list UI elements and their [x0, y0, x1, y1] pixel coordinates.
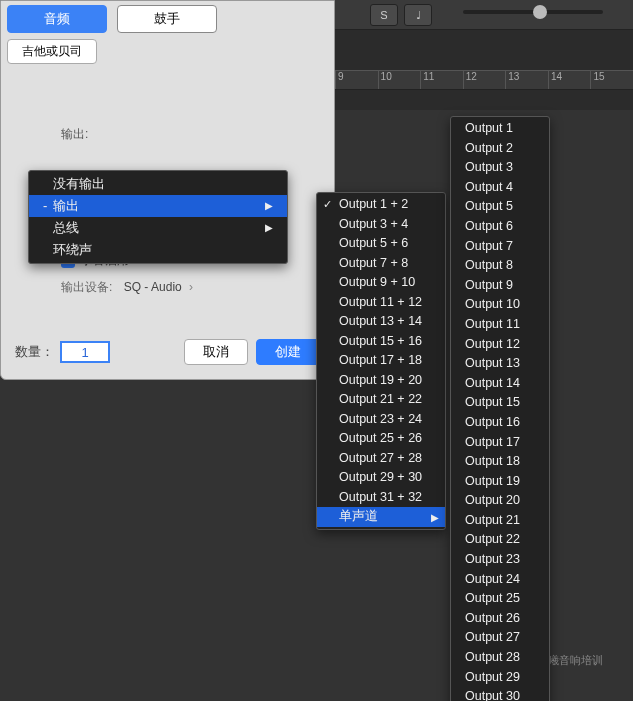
output-mono-item[interactable]: Output 10 [451, 295, 549, 315]
output-mono-item[interactable]: Output 29 [451, 668, 549, 688]
subtab-guitar-bass[interactable]: 吉他或贝司 [7, 39, 97, 64]
output-mono-item[interactable]: Output 14 [451, 374, 549, 394]
output-pair-item[interactable]: Output 21 + 22 [317, 390, 445, 410]
output-mono-item[interactable]: Output 4 [451, 178, 549, 198]
ruler-mark: 14 [548, 71, 591, 89]
metronome-button[interactable]: ♩ [404, 4, 432, 26]
ruler-mark: 10 [378, 71, 421, 89]
output-pair-item[interactable]: Output 27 + 28 [317, 449, 445, 469]
chevron-right-icon: ▶ [431, 509, 439, 527]
output-mono-item[interactable]: Output 8 [451, 256, 549, 276]
output-mono-item[interactable]: Output 17 [451, 433, 549, 453]
output-mono-item[interactable]: Output 25 [451, 589, 549, 609]
output-pair-item[interactable]: Output 3 + 4 [317, 215, 445, 235]
output-pair-item[interactable]: Output 19 + 20 [317, 371, 445, 391]
output-mono-item[interactable]: Output 15 [451, 393, 549, 413]
menu-bus[interactable]: 总线▶ [29, 217, 287, 239]
snap-button[interactable]: S [370, 4, 398, 26]
output-mono-item[interactable]: Output 27 [451, 628, 549, 648]
zoom-thumb[interactable] [533, 5, 547, 19]
output-pair-item[interactable]: Output 13 + 14 [317, 312, 445, 332]
output-pair-item[interactable]: Output 17 + 18 [317, 351, 445, 371]
output-pair-item[interactable]: Output 23 + 24 [317, 410, 445, 430]
output-mono-item[interactable]: Output 5 [451, 197, 549, 217]
output-menu[interactable]: 没有输出 -输出▶ 总线▶ 环绕声 [28, 170, 288, 264]
menu-surround[interactable]: 环绕声 [29, 239, 287, 261]
output-pair-item[interactable]: Output 29 + 30 [317, 468, 445, 488]
output-pair-item[interactable]: Output 9 + 10 [317, 273, 445, 293]
ruler-mark: 11 [420, 71, 463, 89]
output-pair-item[interactable]: Output 15 + 16 [317, 332, 445, 352]
output-pairs-submenu[interactable]: Output 1 + 2Output 3 + 4Output 5 + 6Outp… [316, 192, 446, 530]
output-mono-item[interactable]: Output 3 [451, 158, 549, 178]
output-mono-item[interactable]: Output 6 [451, 217, 549, 237]
output-mono-item[interactable]: Output 24 [451, 570, 549, 590]
metronome-icon: ♩ [416, 9, 421, 22]
ruler-mark: 13 [505, 71, 548, 89]
menu-no-output[interactable]: 没有输出 [29, 173, 287, 195]
output-mono-item[interactable]: Output 20 [451, 491, 549, 511]
mono-submenu-item[interactable]: 单声道▶ [317, 507, 445, 527]
create-button[interactable]: 创建 [256, 339, 320, 365]
output-device-value[interactable]: SQ - Audio [124, 280, 182, 294]
ruler-mark: 15 [590, 71, 633, 89]
tab-drummer[interactable]: 鼓手 [117, 5, 217, 33]
output-mono-item[interactable]: Output 21 [451, 511, 549, 531]
output-label: 输出: [61, 126, 314, 143]
output-mono-item[interactable]: Output 16 [451, 413, 549, 433]
output-pair-item[interactable]: Output 11 + 12 [317, 293, 445, 313]
output-mono-item[interactable]: Output 9 [451, 276, 549, 296]
output-mono-submenu[interactable]: Output 1Output 2Output 3Output 4Output 5… [450, 116, 550, 701]
zoom-slider[interactable] [463, 10, 603, 14]
output-mono-item[interactable]: Output 19 [451, 472, 549, 492]
output-mono-item[interactable]: Output 23 [451, 550, 549, 570]
quantity-input[interactable] [60, 341, 110, 363]
output-mono-item[interactable]: Output 30 [451, 687, 549, 701]
output-device-label: 输出设备: [61, 280, 112, 294]
chevron-right-icon: ▶ [265, 219, 273, 237]
output-mono-item[interactable]: Output 18 [451, 452, 549, 472]
output-mono-item[interactable]: Output 1 [451, 119, 549, 139]
tab-audio[interactable]: 音频 [7, 5, 107, 33]
output-mono-item[interactable]: Output 7 [451, 237, 549, 257]
output-pair-item[interactable]: Output 25 + 26 [317, 429, 445, 449]
output-mono-item[interactable]: Output 11 [451, 315, 549, 335]
output-pair-item[interactable]: Output 31 + 32 [317, 488, 445, 508]
ruler-mark: 9 [335, 71, 378, 89]
quantity-label: 数量： [15, 343, 54, 361]
output-mono-item[interactable]: Output 2 [451, 139, 549, 159]
timeline-area: 9 10 11 12 13 14 15 [335, 30, 633, 110]
output-pair-item[interactable]: Output 5 + 6 [317, 234, 445, 254]
chevron-right-icon: › [189, 280, 193, 294]
menu-output[interactable]: -输出▶ [29, 195, 287, 217]
ruler-mark: 12 [463, 71, 506, 89]
output-mono-item[interactable]: Output 12 [451, 335, 549, 355]
output-mono-item[interactable]: Output 13 [451, 354, 549, 374]
output-mono-item[interactable]: Output 22 [451, 530, 549, 550]
output-pair-item[interactable]: Output 7 + 8 [317, 254, 445, 274]
chevron-right-icon: ▶ [265, 197, 273, 215]
cancel-button[interactable]: 取消 [184, 339, 248, 365]
output-pair-item[interactable]: Output 1 + 2 [317, 195, 445, 215]
output-mono-item[interactable]: Output 26 [451, 609, 549, 629]
bar-ruler[interactable]: 9 10 11 12 13 14 15 [335, 70, 633, 90]
output-mono-item[interactable]: Output 28 [451, 648, 549, 668]
